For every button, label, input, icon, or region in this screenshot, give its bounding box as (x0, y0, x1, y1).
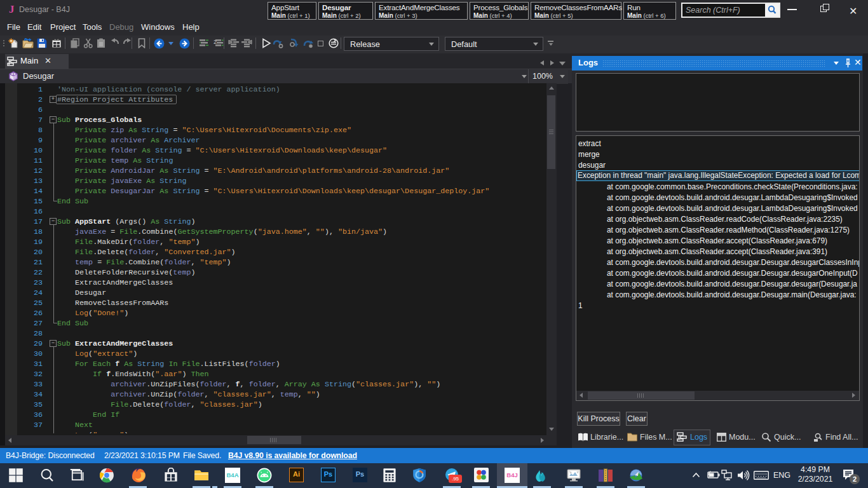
svg-text:2: 2 (214, 39, 217, 45)
